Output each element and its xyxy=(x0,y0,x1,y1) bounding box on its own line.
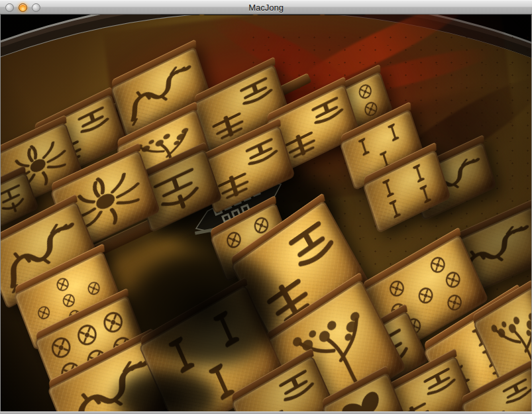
table-gap xyxy=(123,248,289,370)
tile-layer xyxy=(1,15,531,411)
window-border-bottom[interactable] xyxy=(0,411,532,414)
game-viewport[interactable] xyxy=(1,15,531,411)
window-border-left xyxy=(0,15,1,414)
window-title: MacJong xyxy=(0,3,532,13)
titlebar[interactable]: MacJong xyxy=(0,0,532,15)
app-window: MacJong xyxy=(0,0,532,414)
